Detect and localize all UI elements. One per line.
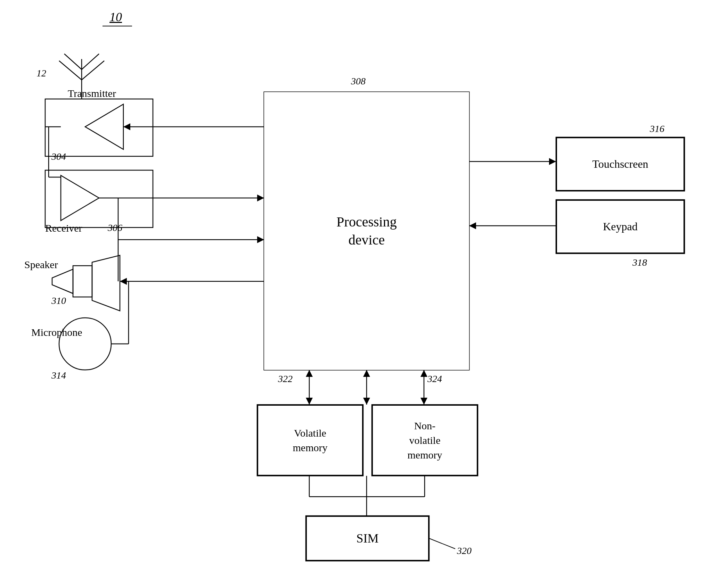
ref-322: 322 [278,373,293,384]
svg-marker-38 [306,398,313,405]
label-nonvolatile-memory: Non- volatile memory [408,419,442,462]
label-microphone: Microphone [31,326,82,338]
svg-point-33 [59,318,111,370]
box-volatile-memory: Volatile memory [257,405,363,476]
box-keypad: Keypad [556,200,685,254]
ref-306: 306 [108,222,122,233]
label-keypad: Keypad [603,220,638,233]
ref-320: 320 [457,545,472,556]
svg-line-2 [64,54,82,69]
ref-308: 308 [351,76,366,87]
svg-marker-9 [123,123,130,130]
box-processing-device: Processing device [264,92,469,370]
svg-line-3 [82,54,99,69]
svg-rect-10 [45,170,153,228]
svg-rect-25 [73,266,92,297]
ref-antenna: 12 [36,68,46,79]
ref-304: 304 [51,151,66,162]
label-transmitter: Transmitter [68,88,116,99]
ref-314: 314 [51,370,66,381]
ref-316: 316 [650,123,664,134]
svg-marker-47 [420,370,427,377]
svg-marker-41 [363,398,370,405]
svg-marker-40 [363,370,370,377]
svg-rect-6 [45,99,153,156]
svg-marker-13 [257,195,264,201]
svg-line-54 [429,538,455,549]
ref-main: 10 [109,10,122,24]
svg-marker-48 [420,398,427,405]
svg-marker-22 [469,222,476,229]
svg-marker-7 [85,104,123,149]
label-touchscreen: Touchscreen [592,158,648,171]
label-sim: SIM [356,531,378,546]
ref-324: 324 [427,373,442,384]
ref-310: 310 [51,295,66,306]
svg-marker-37 [306,370,313,377]
svg-line-4 [59,61,82,80]
box-nonvolatile-memory: Non- volatile memory [372,405,478,476]
svg-marker-11 [61,175,99,221]
label-volatile-memory: Volatile memory [293,426,328,455]
svg-marker-26 [52,269,73,293]
ref-318: 318 [632,257,647,268]
svg-line-5 [82,61,104,80]
box-sim: SIM [306,516,429,561]
svg-marker-27 [92,255,120,311]
label-processing-device: Processing device [336,213,396,249]
svg-marker-29 [120,278,127,285]
svg-marker-20 [549,158,556,165]
box-touchscreen: Touchscreen [556,137,685,191]
label-receiver: Receiver [45,222,82,234]
label-speaker: Speaker [24,259,58,271]
patent-diagram: 10 12 Transmitter 304 Receiver 306 308 P… [0,0,728,579]
svg-marker-32 [257,236,264,243]
